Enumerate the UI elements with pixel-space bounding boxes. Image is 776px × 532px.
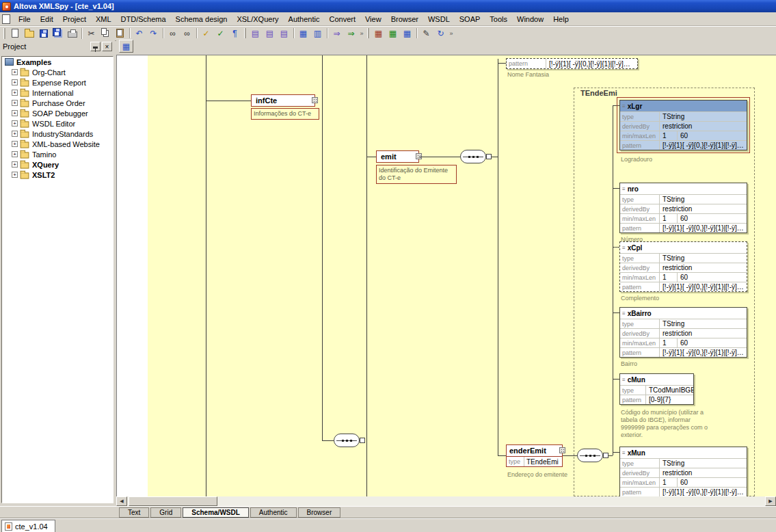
print-button[interactable] (65, 27, 79, 40)
facet-row-pattern[interactable]: pattern [!-ÿ]{1}[ -ÿ]{0,}[!-ÿ]{1}|[!-ÿ]… (507, 59, 637, 68)
menu-xsl-xquery[interactable]: XSL/XQuery (232, 13, 283, 25)
facet-value-min[interactable]: 1 (660, 131, 678, 140)
toolbar-grip[interactable] (3, 28, 5, 39)
facet-row-derivedBy[interactable]: derivedByrestriction (620, 263, 747, 272)
facet-row-minmaxlen[interactable]: min/maxLen160 (620, 477, 747, 487)
facet-row-pattern[interactable]: pattern[!-ÿ]{1}[ -ÿ]{0,}[!-ÿ]{1}|[!-ÿ]… (620, 347, 747, 357)
element-name-row[interactable]: ≡xBairro (620, 308, 747, 319)
tree-item-purchase-order[interactable]: +Purchase Order (2, 98, 113, 108)
expand-icon[interactable]: + (12, 141, 18, 147)
facet-value[interactable]: [!-ÿ]{1}[ -ÿ]{0,}[!-ÿ]{1}|[!-ÿ]… (660, 348, 747, 357)
facet-value-max[interactable]: 60 (678, 214, 747, 223)
facet-row-type[interactable]: typeTString (620, 111, 747, 121)
tree-item-industrystandards[interactable]: +IndustryStandards (2, 129, 113, 139)
element-name-row[interactable]: enderEmit (507, 445, 562, 456)
menu-window[interactable]: Window (512, 13, 548, 25)
save-button[interactable] (36, 27, 51, 40)
element-name-row[interactable]: ≡nro (620, 183, 747, 194)
save-all-button[interactable] (51, 27, 65, 40)
tree-item-examples[interactable]: Examples (2, 57, 113, 67)
menu-convert[interactable]: Convert (324, 13, 360, 25)
facet-row-type[interactable]: typeTString (620, 194, 747, 204)
facet-value[interactable]: restriction (660, 122, 747, 131)
facet-row-pattern[interactable]: pattern[!-ÿ]{1}[ -ÿ]{0,}[!-ÿ]{1}|[!-ÿ]… (620, 223, 747, 232)
facet-value-max[interactable]: 60 (678, 273, 747, 282)
expand-icon[interactable]: + (12, 151, 18, 157)
cut-button[interactable]: ✂ (84, 27, 98, 40)
facet-table-nro[interactable]: ≡nro typeTString derivedByrestriction mi… (619, 183, 747, 233)
facet-row-type[interactable]: typeTString (620, 458, 747, 468)
facet-row-minmaxlen[interactable]: min/maxLen160 (620, 213, 747, 223)
menu-view[interactable]: View (360, 13, 386, 25)
element-emit[interactable]: emit (376, 150, 419, 163)
facet-row-derivedBy[interactable]: derivedByrestriction (620, 328, 747, 338)
element-name-row[interactable]: ≡xMun (620, 447, 747, 458)
tab-text[interactable]: Text (119, 507, 149, 518)
facet-value-min[interactable]: 1 (660, 478, 678, 487)
facet-value[interactable]: restriction (660, 263, 747, 272)
open-button[interactable] (22, 27, 36, 40)
facet-row-type[interactable]: typeTString (620, 319, 747, 328)
element-name-row[interactable]: ≡xLgr (620, 101, 747, 111)
facet-value[interactable]: [!-ÿ]{1}[ -ÿ]{0,}[!-ÿ]{1}|[!-ÿ]… (660, 488, 747, 496)
facet-value[interactable]: restriction (660, 468, 747, 477)
type-value[interactable]: TEndeEmi (524, 457, 562, 466)
menu-file[interactable]: File (14, 13, 36, 25)
menu-schema-design[interactable]: Schema design (171, 13, 232, 25)
facet-value[interactable]: TCodMunIBGE (646, 386, 693, 395)
horizontal-scrollbar[interactable]: ◀ ▶ (116, 496, 776, 506)
tab-authentic[interactable]: Authentic (250, 507, 297, 518)
menu-wsdl[interactable]: WSDL (423, 13, 455, 25)
menu-help[interactable]: Help (548, 13, 574, 25)
expand-handle[interactable] (312, 97, 318, 103)
facet-table-xBairro[interactable]: ≡xBairro typeTString derivedByrestrictio… (619, 307, 747, 358)
close-panel-button[interactable]: × (102, 42, 112, 51)
schema-design-canvas[interactable]: infCte Informações do CT-e emit Identifi… (116, 55, 776, 496)
facet-value[interactable]: TString (660, 459, 747, 468)
menu-soap[interactable]: SOAP (455, 13, 485, 25)
tab-browser[interactable]: Browser (298, 507, 341, 518)
expand-icon[interactable]: + (12, 172, 18, 178)
facet-row-derivedBy[interactable]: derivedByrestriction (620, 121, 747, 131)
menu-xml[interactable]: XML (91, 13, 116, 25)
facet-row-pattern[interactable]: pattern[!-ÿ]{1}[ -ÿ]{0,}[!-ÿ]{1}|[!-ÿ]… (620, 282, 747, 291)
facet-row-minmaxlen[interactable]: min/maxLen160 (620, 272, 747, 282)
facet-row-pattern[interactable]: pattern[0-9]{7} (620, 395, 693, 404)
facet-value[interactable]: [!-ÿ]{1}[ -ÿ]{0,}[!-ÿ]{1}|[!-ÿ]… (660, 282, 747, 291)
tree-item-xml-based-website[interactable]: +XML-based Website (2, 139, 113, 149)
toolbar-overflow-button[interactable]: » (448, 30, 455, 37)
scrollbar-thumb[interactable] (129, 496, 217, 506)
menu-dtd-schema[interactable]: DTD/Schema (116, 13, 171, 25)
menu-authentic[interactable]: Authentic (284, 13, 325, 25)
tree-item-international[interactable]: +International (2, 88, 113, 98)
menu-edit[interactable]: Edit (36, 13, 58, 25)
schema-display-config-button[interactable]: ▦ (119, 40, 133, 53)
tree-item-org-chart[interactable]: +Org-Chart (2, 67, 113, 77)
menu-tools[interactable]: Tools (485, 13, 512, 25)
expand-icon[interactable]: + (12, 131, 18, 137)
expand-icon[interactable]: + (12, 69, 18, 75)
toolbar-overflow-button[interactable]: » (358, 30, 365, 37)
document-icon[interactable] (2, 14, 10, 24)
facet-value-min[interactable]: 1 (660, 338, 678, 347)
expand-icon[interactable]: + (12, 120, 18, 127)
sequence-compositor[interactable] (460, 150, 486, 163)
facet-row-derivedBy[interactable]: derivedByrestriction (620, 468, 747, 477)
tree-item-xslt2[interactable]: +XSLT2 (2, 170, 113, 180)
expand-handle[interactable] (559, 447, 565, 453)
sequence-compositor[interactable] (577, 449, 603, 462)
facet-value[interactable]: restriction (660, 329, 747, 338)
menu-browser[interactable]: Browser (386, 13, 423, 25)
expand-icon[interactable]: + (12, 161, 18, 168)
facet-row-type[interactable]: typeTString (620, 253, 747, 263)
menu-project[interactable]: Project (58, 13, 91, 25)
toolbar-grip[interactable] (244, 28, 246, 39)
tab-grid[interactable]: Grid (150, 507, 181, 518)
element-enderEmit[interactable]: enderEmit type TEndeEmi (506, 444, 563, 467)
toolbar-grip[interactable] (367, 28, 369, 39)
tree-item-wsdl-editor[interactable]: +WSDL Editor (2, 118, 113, 129)
sequence-compositor[interactable] (334, 434, 360, 447)
scrollbar-track[interactable] (217, 496, 765, 506)
facet-row-minmaxlen[interactable]: min/maxLen160 (620, 338, 747, 347)
facet-value[interactable]: [0-9]{7} (646, 395, 693, 404)
